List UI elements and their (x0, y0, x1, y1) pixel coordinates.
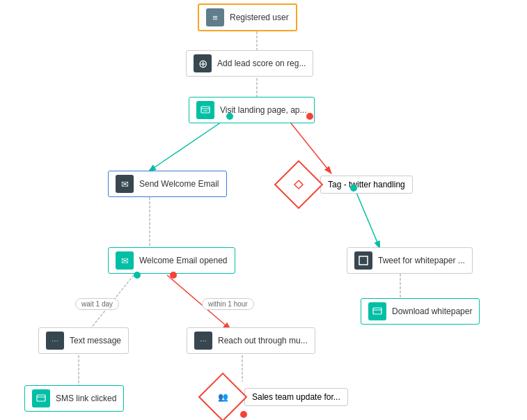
sms-link-label: SMS link clicked (56, 394, 116, 403)
visit-landing-node[interactable]: Visit landing page, ap... (189, 97, 315, 123)
within-1-hour-badge: within 1 hour (202, 298, 254, 310)
sales-team-label: Sales team update for... (252, 392, 340, 402)
tag-twitter-label-box: Tag - twitter handling (320, 176, 413, 194)
reach-out-icon: ⋯ (194, 332, 212, 350)
text-message-node[interactable]: ⋯ Text message (38, 327, 129, 354)
sms-link-icon (32, 389, 50, 407)
visit-landing-label: Visit landing page, ap... (220, 105, 307, 115)
sales-team-label-box: Sales team update for... (244, 388, 348, 406)
registered-user-icon: ≡ (206, 8, 224, 26)
svg-rect-6 (201, 107, 210, 113)
download-whitepaper-node[interactable]: Download whitepaper (361, 298, 480, 325)
add-lead-score-label: Add lead score on reg... (217, 59, 306, 68)
text-message-label: Text message (70, 336, 121, 345)
send-welcome-email-node[interactable]: ✉ Send Welcome Email (108, 171, 227, 197)
sms-link-clicked-node[interactable]: SMS link clicked (24, 385, 124, 412)
welcome-email-opened-node[interactable]: ✉ Welcome Email opened (108, 247, 235, 274)
tweet-whitepaper-label: Tweet for whitepaper ... (378, 256, 465, 265)
svg-marker-9 (294, 180, 303, 189)
tag-twitter-label: Tag - twitter handling (328, 180, 405, 189)
welcome-opened-label: Welcome Email opened (139, 256, 228, 265)
send-welcome-label: Send Welcome Email (139, 179, 219, 189)
connector-dot-teal-3 (134, 272, 141, 279)
wait-1-day-badge: wait 1 day (75, 298, 119, 310)
add-lead-score-icon: ⊕ (194, 54, 212, 72)
visit-landing-icon (196, 101, 214, 119)
reach-out-node[interactable]: ⋯ Reach out through mu... (187, 327, 315, 354)
svg-rect-11 (373, 308, 382, 314)
registered-user-label: Registered user (230, 13, 289, 22)
send-welcome-icon: ✉ (116, 175, 134, 193)
registered-user-node[interactable]: ≡ Registered user (198, 3, 297, 31)
download-whitepaper-icon (368, 302, 386, 320)
add-lead-score-node[interactable]: ⊕ Add lead score on reg... (186, 50, 313, 77)
connector-dot-teal-1 (226, 113, 233, 120)
connector-dot-orange-2 (170, 272, 177, 279)
download-whitepaper-label: Download whitepaper (392, 306, 472, 316)
welcome-opened-icon: ✉ (116, 251, 134, 270)
svg-rect-13 (37, 395, 45, 401)
reach-out-label: Reach out through mu... (218, 336, 308, 345)
connector-dot-orange-1 (306, 113, 313, 120)
tag-twitter-node[interactable]: Tag - twitter handling (281, 167, 413, 202)
connector-dot-orange-3 (240, 411, 247, 418)
tweet-whitepaper-icon (354, 251, 372, 270)
connector-dot-teal-2 (350, 185, 357, 192)
workflow-canvas: ≡ Registered user ⊕ Add lead score on re… (0, 0, 527, 420)
text-message-icon: ⋯ (46, 332, 64, 350)
svg-rect-10 (359, 256, 368, 265)
tweet-whitepaper-node[interactable]: Tweet for whitepaper ... (347, 247, 473, 274)
sales-team-update-node[interactable]: 👥 Sales team update for... (205, 380, 348, 414)
